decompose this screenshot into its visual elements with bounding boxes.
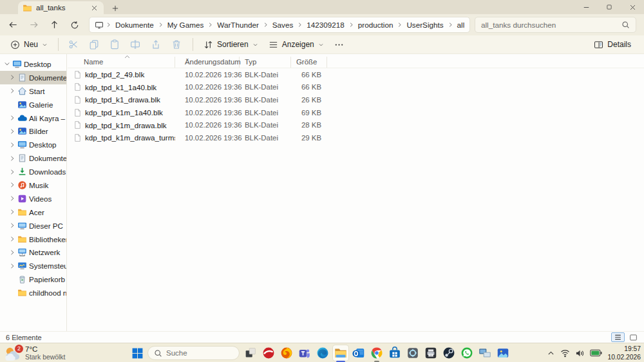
sidebar-item[interactable]: Dokumente: [0, 71, 66, 84]
nav-button[interactable]: [45, 17, 63, 33]
sidebar-item[interactable]: Desktop: [0, 138, 66, 151]
nav-button[interactable]: [24, 17, 43, 33]
new-tab-button[interactable]: [109, 3, 120, 14]
file-op-button[interactable]: [64, 36, 83, 53]
breadcrumb-chevron-icon[interactable]: [263, 22, 269, 28]
breadcrumb-item[interactable]: My Games: [164, 19, 207, 30]
column-header[interactable]: Name: [68, 57, 175, 68]
taskbar-app[interactable]: [405, 345, 421, 361]
taskbar-app[interactable]: [459, 345, 475, 361]
file-op-button[interactable]: [146, 36, 166, 53]
taskbar-app[interactable]: [279, 345, 294, 361]
sidebar-item[interactable]: Videos: [0, 192, 66, 205]
explorer-search-box[interactable]: [475, 17, 636, 33]
tray-icon-button[interactable]: [590, 349, 602, 357]
sidebar-item[interactable]: Musik: [0, 178, 66, 192]
chevron-right-icon[interactable]: [8, 262, 15, 269]
tray-icon-button[interactable]: [560, 349, 570, 357]
weather-widget[interactable]: 2 7°C Stark bewölkt: [5, 345, 65, 361]
taskbar-app[interactable]: [351, 345, 366, 361]
breadcrumb-chevron-icon[interactable]: [348, 22, 354, 28]
chevron-right-icon[interactable]: [8, 209, 15, 216]
breadcrumb-item[interactable]: production: [355, 19, 397, 30]
address-bar[interactable]: DokumenteMy GamesWarThunderSaves14230921…: [89, 17, 470, 33]
breadcrumb-item[interactable]: WarThunder: [214, 19, 262, 30]
sidebar-item[interactable]: Ali Kayra – Persön: [0, 111, 66, 125]
chevron-right-icon[interactable]: [8, 249, 15, 256]
file-row[interactable]: kdp_tpd_2_49.blk 10.02.2026 19:36 BLK-Da…: [68, 68, 644, 81]
sort-button[interactable]: Sortieren: [198, 37, 263, 52]
taskbar-search-input[interactable]: [166, 349, 233, 357]
chevron-right-icon[interactable]: [8, 236, 15, 243]
file-row[interactable]: kdp_tpd_k1_drawa.blk 10.02.2026 19:36 BL…: [68, 93, 644, 106]
breadcrumb-chevron-icon[interactable]: [106, 22, 111, 28]
tray-icon-button[interactable]: [547, 349, 555, 357]
taskbar-app[interactable]: [333, 345, 348, 361]
taskbar-app[interactable]: [423, 345, 439, 361]
taskbar-app[interactable]: [495, 345, 511, 361]
tab-all-tanks[interactable]: all_tanks: [18, 1, 104, 14]
chevron-right-icon[interactable]: [8, 74, 15, 81]
chevron-right-icon[interactable]: [8, 155, 15, 162]
sidebar-item[interactable]: Dokumente: [0, 151, 66, 165]
details-pane-button[interactable]: Details: [589, 37, 636, 52]
sidebar-item[interactable]: Systemsteuerung: [0, 259, 66, 272]
taskbar-app[interactable]: [441, 345, 457, 361]
chevron-right-icon[interactable]: [8, 115, 15, 122]
sidebar-item[interactable]: Acer: [0, 205, 66, 219]
taskbar-app[interactable]: [315, 345, 330, 361]
sidebar-item[interactable]: Bilder: [0, 124, 66, 138]
sidebar-item[interactable]: Bibliotheken: [0, 233, 66, 246]
chevron-right-icon[interactable]: [8, 182, 15, 189]
chevron-right-icon[interactable]: [8, 168, 15, 175]
window-control-button[interactable]: [598, 0, 621, 14]
explorer-search-input[interactable]: [481, 21, 618, 29]
view-button[interactable]: Anzeigen: [263, 37, 329, 52]
sidebar-item[interactable]: Dieser PC: [0, 219, 66, 233]
window-control-button[interactable]: [621, 0, 644, 14]
taskbar-app[interactable]: [369, 345, 384, 361]
tab-close-icon[interactable]: [89, 3, 99, 13]
column-header[interactable]: Typ: [240, 57, 291, 68]
chevron-down-icon[interactable]: [3, 61, 10, 68]
sidebar-item[interactable]: Netzwerk: [0, 245, 66, 259]
taskbar-search[interactable]: [147, 346, 240, 360]
taskbar-app[interactable]: [261, 345, 276, 361]
breadcrumb-item[interactable]: Dokumente: [112, 19, 157, 30]
window-control-button[interactable]: [574, 0, 598, 14]
sidebar-item[interactable]: childhood nostalg: [0, 286, 66, 300]
more-options-button[interactable]: [329, 37, 349, 52]
breadcrumb-chevron-icon[interactable]: [158, 22, 164, 28]
file-op-button[interactable]: [126, 36, 145, 53]
chevron-right-icon[interactable]: [8, 141, 15, 148]
taskbar-app[interactable]: [387, 345, 402, 361]
chevron-right-icon[interactable]: [8, 195, 15, 202]
breadcrumb-item[interactable]: UserSights: [403, 19, 446, 30]
chevron-right-icon[interactable]: [8, 128, 15, 135]
column-header[interactable]: Änderungsdatum: [175, 57, 240, 68]
chevron-right-icon[interactable]: [8, 222, 15, 229]
breadcrumb-item[interactable]: 142309218: [303, 19, 348, 30]
taskbar-app[interactable]: [297, 345, 312, 361]
nav-button[interactable]: [4, 17, 22, 33]
chevron-right-icon[interactable]: [8, 88, 15, 95]
taskbar-clock[interactable]: 19:57 10.02.2026: [607, 345, 641, 362]
details-view-toggle[interactable]: [611, 332, 625, 342]
breadcrumb-chevron-icon[interactable]: [448, 22, 453, 28]
file-row[interactable]: kdp_tpd_k1m_1a40.blk 10.02.2026 19:36 BL…: [68, 106, 644, 119]
file-op-button[interactable]: [84, 36, 104, 53]
new-button[interactable]: Neu: [5, 37, 53, 52]
taskbar-app[interactable]: [243, 345, 258, 361]
column-header[interactable]: Größe: [291, 57, 327, 68]
start-button[interactable]: [131, 347, 144, 359]
breadcrumb-chevron-icon[interactable]: [207, 22, 213, 28]
breadcrumb-chevron-icon[interactable]: [397, 22, 402, 28]
icons-view-toggle[interactable]: [627, 332, 640, 342]
sidebar-item[interactable]: Start: [0, 84, 66, 98]
sidebar-item[interactable]: Desktop: [0, 57, 66, 71]
file-row[interactable]: kdp_tpd_k1m_drawa.blk 10.02.2026 19:36 B…: [68, 119, 644, 131]
sidebar-item[interactable]: Papierkorb: [0, 272, 66, 286]
breadcrumb-item[interactable]: all_tanks: [454, 19, 464, 30]
file-row[interactable]: kdp_tpd_k1_1a40.blk 10.02.2026 19:36 BLK…: [68, 81, 644, 94]
taskbar-app[interactable]: [477, 345, 493, 361]
